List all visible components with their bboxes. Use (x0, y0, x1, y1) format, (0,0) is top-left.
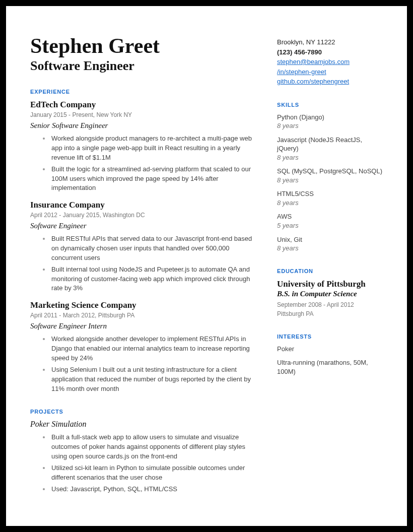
main-column: Stephen Greet Software Engineer EXPERIEN… (30, 34, 257, 506)
contact-location: Brooklyn, NY 11222 (277, 37, 383, 47)
bullet: Built the logic for a streamlined ad-ser… (50, 165, 257, 193)
skill-item: HTML5/CSS8 years (277, 189, 383, 207)
skill-item: AWS5 years (277, 212, 383, 230)
job-meta: April 2012 - January 2015, Washington DC (30, 212, 257, 219)
section-skills: SKILLS (277, 102, 383, 108)
bullet: Using Selenium I built out a unit testin… (50, 365, 257, 394)
section-projects: PROJECTS (30, 409, 257, 415)
skill-item: SQL (MySQL, PostgreSQL, NoSQL)8 years (277, 167, 383, 184)
section-education: EDUCATION (277, 268, 383, 274)
person-name: Stephen Greet (30, 34, 257, 57)
contact-block: Brooklyn, NY 11222 (123) 456-7890 stephe… (277, 34, 383, 87)
side-column: Brooklyn, NY 11222 (123) 456-7890 stephe… (277, 34, 383, 506)
skill-item: Unix, Git8 years (277, 235, 383, 253)
section-experience: EXPERIENCE (30, 89, 257, 95)
contact-phone: (123) 456-7890 (277, 47, 383, 57)
job-role: Software Engineer (30, 222, 257, 230)
job-company: EdTech Company (30, 100, 257, 110)
job-entry: EdTech Company January 2015 - Present, N… (30, 100, 257, 193)
bullet: Built a full-stack web app to allow user… (50, 433, 257, 461)
job-entry: Marketing Science Company April 2011 - M… (30, 300, 257, 393)
edu-school: University of Pittsburgh (277, 279, 383, 289)
job-meta: April 2011 - March 2012, Pittsburgh PA (30, 312, 257, 319)
bullet: Worked alongside another developer to im… (50, 335, 257, 363)
person-title: Software Engineer (30, 58, 257, 74)
project-name: Poker Simulation (30, 420, 257, 429)
job-bullets: Worked alongside product managers to re-… (50, 134, 257, 193)
contact-github-link[interactable]: github.com/stephengreet (277, 78, 349, 85)
job-bullets: Worked alongside another developer to im… (50, 335, 257, 393)
section-interests: INTERESTS (277, 334, 383, 340)
edu-meta: September 2008 - April 2012 Pittsburgh P… (277, 300, 383, 318)
interest-item: Poker (277, 345, 383, 354)
project-bullets: Built a full-stack web app to allow user… (50, 433, 257, 494)
bullet: Worked alongside product managers to re-… (50, 134, 257, 163)
bullet: Built internal tool using NodeJS and Pup… (50, 265, 257, 294)
bullet: Used: Javascript, Python, SQL, HTML/CSS (50, 485, 257, 494)
job-company: Insurance Company (30, 200, 257, 210)
skill-item: Python (Django)8 years (277, 113, 383, 130)
bullet: Utilized sci-kit learn in Python to simu… (50, 463, 257, 483)
job-role: Software Engineer Intern (30, 322, 257, 330)
interest-item: Ultra-running (marathons, 50M, 100M) (277, 358, 383, 376)
job-meta: January 2015 - Present, New York NY (30, 111, 257, 118)
job-company: Marketing Science Company (30, 300, 257, 310)
skill-item: Javascript (NodeJS ReactJS, jQuery)8 yea… (277, 136, 383, 162)
job-role: Senior Software Engineer (30, 121, 257, 130)
contact-email-link[interactable]: stephen@beamjobs.com (277, 58, 350, 65)
edu-degree: B.S. in Computer Science (277, 290, 383, 298)
bullet: Built RESTful APIs that served data to o… (50, 234, 257, 263)
job-bullets: Built RESTful APIs that served data to o… (50, 234, 257, 293)
job-entry: Insurance Company April 2012 - January 2… (30, 200, 257, 293)
contact-linkedin-link[interactable]: /in/stephen-greet (277, 68, 326, 76)
resume-page: Stephen Greet Software Engineer EXPERIEN… (6, 6, 407, 526)
